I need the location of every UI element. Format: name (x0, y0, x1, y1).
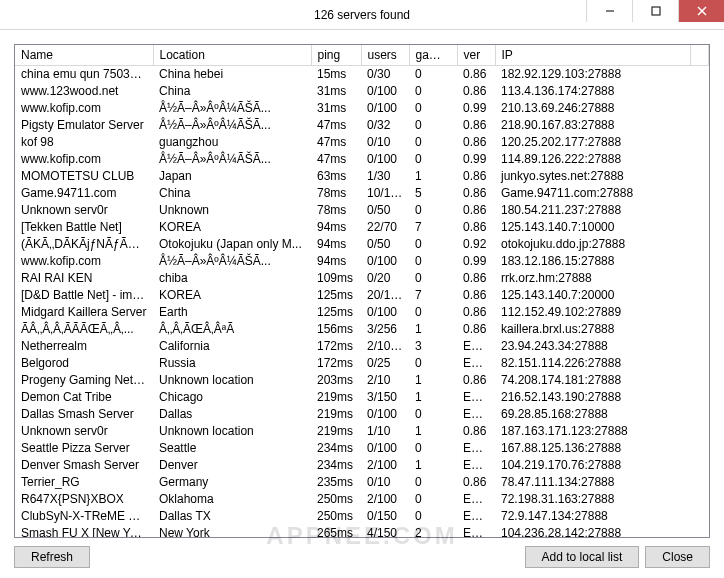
table-row[interactable]: Pigsty Emulator ServerÅ½Ã–Â»ÂºÂ¼ÃŠÃ...47… (15, 117, 709, 134)
cell-games: 0 (409, 236, 457, 253)
svg-rect-1 (652, 7, 660, 15)
table-row[interactable]: Terrier_RGGermany235ms0/1000.8678.47.111… (15, 474, 709, 491)
table-row[interactable]: ÃÂ‚‚Â‚Â‚ÃÃÃŒÃ‚‚Â‚...Â‚‚Â‚ÃŒÂ‚ÂªÃ156ms3/2… (15, 321, 709, 338)
close-window-button[interactable] (678, 0, 724, 22)
table-row[interactable]: Smash FU X [New York]New York265ms4/1502… (15, 525, 709, 538)
table-row[interactable]: Progeny Gaming NetworkUnknown location20… (15, 372, 709, 389)
cell-name: Seattle Pizza Server (15, 440, 153, 457)
maximize-button[interactable] (632, 0, 678, 22)
cell-location: Unknown location (153, 372, 311, 389)
cell-name: Progeny Gaming Network (15, 372, 153, 389)
cell-name: www.kofip.com (15, 151, 153, 168)
table-row[interactable]: R647X{PSN}XBOXOklahoma250ms2/1000EM...72… (15, 491, 709, 508)
cell-users: 3/256 (361, 321, 409, 338)
cell-name: Pigsty Emulator Server (15, 117, 153, 134)
cell-users: 1/10 (361, 423, 409, 440)
cell-users: 4/150 (361, 525, 409, 538)
col-name-header[interactable]: Name (15, 45, 153, 66)
table-scroll[interactable]: Name Location ping users games ver IP ch… (15, 45, 709, 537)
cell-location: Dallas (153, 406, 311, 423)
col-spacer-header (691, 45, 709, 66)
cell-spacer (691, 270, 709, 287)
add-to-local-list-button[interactable]: Add to local list (525, 546, 640, 568)
table-row[interactable]: www.kofip.comÅ½Ã–Â»ÂºÂ¼ÃŠÃ...31ms0/10000… (15, 100, 709, 117)
cell-spacer (691, 321, 709, 338)
cell-name: Dallas Smash Server (15, 406, 153, 423)
cell-ping: 234ms (311, 440, 361, 457)
table-row[interactable]: Midgard Kaillera ServerEarth125ms0/10000… (15, 304, 709, 321)
cell-name: Unknown serv0r (15, 423, 153, 440)
cell-users: 2/1024 (361, 338, 409, 355)
cell-spacer (691, 389, 709, 406)
cell-ping: 250ms (311, 491, 361, 508)
col-location-header[interactable]: Location (153, 45, 311, 66)
cell-ip: 72.198.31.163:27888 (495, 491, 691, 508)
cell-games: 0 (409, 134, 457, 151)
table-row[interactable]: MOMOTETSU CLUBJapan63ms1/3010.86junkyo.s… (15, 168, 709, 185)
cell-ip: 120.25.202.177:27888 (495, 134, 691, 151)
table-row[interactable]: Game.94711.comChina78ms10/10050.86Game.9… (15, 185, 709, 202)
cell-users: 0/100 (361, 253, 409, 270)
col-ver-header[interactable]: ver (457, 45, 495, 66)
server-table-container: Name Location ping users games ver IP ch… (14, 44, 710, 538)
cell-spacer (691, 83, 709, 100)
cell-ip: 125.143.140.7:10000 (495, 219, 691, 236)
cell-games: 0 (409, 202, 457, 219)
table-row[interactable]: BelgorodRussia172ms0/250EM...82.151.114.… (15, 355, 709, 372)
cell-spacer (691, 151, 709, 168)
cell-users: 0/100 (361, 83, 409, 100)
col-ping-header[interactable]: ping (311, 45, 361, 66)
cell-games: 1 (409, 372, 457, 389)
cell-games: 1 (409, 321, 457, 338)
cell-users: 0/32 (361, 117, 409, 134)
cell-ip: 187.163.171.123:27888 (495, 423, 691, 440)
cell-name: (ÃKÃ‚‚DÃKÃjƒNÃƒÃÂƒ... (15, 236, 153, 253)
cell-name: RAI RAI KEN (15, 270, 153, 287)
table-row[interactable]: ClubSyN-X-TReME Emulin...Dallas TX250ms0… (15, 508, 709, 525)
cell-ip: 104.236.28.142:27888 (495, 525, 691, 538)
cell-games: 0 (409, 151, 457, 168)
col-games-header[interactable]: games (409, 45, 457, 66)
table-row[interactable]: www.kofip.comÅ½Ã–Â»ÂºÂ¼ÃŠÃ...94ms0/10000… (15, 253, 709, 270)
table-row[interactable]: RAI RAI KENchiba109ms0/2000.86rrk.orz.hm… (15, 270, 709, 287)
cell-spacer (691, 117, 709, 134)
cell-location: Otokojuku (Japan only M... (153, 236, 311, 253)
table-row[interactable]: Unknown serv0rUnknown78ms0/5000.86180.54… (15, 202, 709, 219)
table-row[interactable]: kof 98guangzhou47ms0/1000.86120.25.202.1… (15, 134, 709, 151)
table-row[interactable]: www.123wood.netChina31ms0/10000.86113.4.… (15, 83, 709, 100)
cell-ping: 125ms (311, 287, 361, 304)
titlebar: 126 servers found (0, 0, 724, 30)
cell-users: 10/100 (361, 185, 409, 202)
cell-users: 2/100 (361, 491, 409, 508)
table-row[interactable]: www.kofip.comÅ½Ã–Â»ÂºÂ¼ÃŠÃ...47ms0/10000… (15, 151, 709, 168)
cell-location: Earth (153, 304, 311, 321)
refresh-button[interactable]: Refresh (14, 546, 90, 568)
cell-users: 22/70 (361, 219, 409, 236)
cell-ping: 63ms (311, 168, 361, 185)
table-row[interactable]: Unknown serv0rUnknown location219ms1/101… (15, 423, 709, 440)
cell-ip: 210.13.69.246:27888 (495, 100, 691, 117)
cell-ping: 31ms (311, 100, 361, 117)
cell-ip: 104.219.170.76:27888 (495, 457, 691, 474)
cell-location: Å½Ã–Â»ÂºÂ¼ÃŠÃ... (153, 100, 311, 117)
col-ip-header[interactable]: IP (495, 45, 691, 66)
table-row[interactable]: [D&D Battle Net] - im si se...KOREA125ms… (15, 287, 709, 304)
table-row[interactable]: Demon Cat TribeChicago219ms3/1501EM...21… (15, 389, 709, 406)
cell-ip: 112.152.49.102:27889 (495, 304, 691, 321)
server-table: Name Location ping users games ver IP ch… (15, 45, 709, 537)
cell-games: 0 (409, 83, 457, 100)
close-button[interactable]: Close (645, 546, 710, 568)
table-row[interactable]: Dallas Smash ServerDallas219ms0/1000EM..… (15, 406, 709, 423)
table-row[interactable]: Denver Smash ServerDenver234ms2/1001EM..… (15, 457, 709, 474)
table-row[interactable]: china emu qun 7503151China hebei15ms0/30… (15, 66, 709, 83)
col-users-header[interactable]: users (361, 45, 409, 66)
table-row[interactable]: [Tekken Battle Net]KOREA94ms22/7070.8612… (15, 219, 709, 236)
cell-users: 0/25 (361, 355, 409, 372)
minimize-button[interactable] (586, 0, 632, 22)
table-row[interactable]: (ÃKÃ‚‚DÃKÃjƒNÃƒÃÂƒ...Otokojuku (Japan on… (15, 236, 709, 253)
table-row[interactable]: Seattle Pizza ServerSeattle234ms0/1000EM… (15, 440, 709, 457)
cell-name: ÃÂ‚‚Â‚Â‚ÃÃÃŒÃ‚‚Â‚... (15, 321, 153, 338)
cell-ip: 125.143.140.7:20000 (495, 287, 691, 304)
table-row[interactable]: NetherrealmCalifornia172ms2/10243EM...23… (15, 338, 709, 355)
cell-location: New York (153, 525, 311, 538)
